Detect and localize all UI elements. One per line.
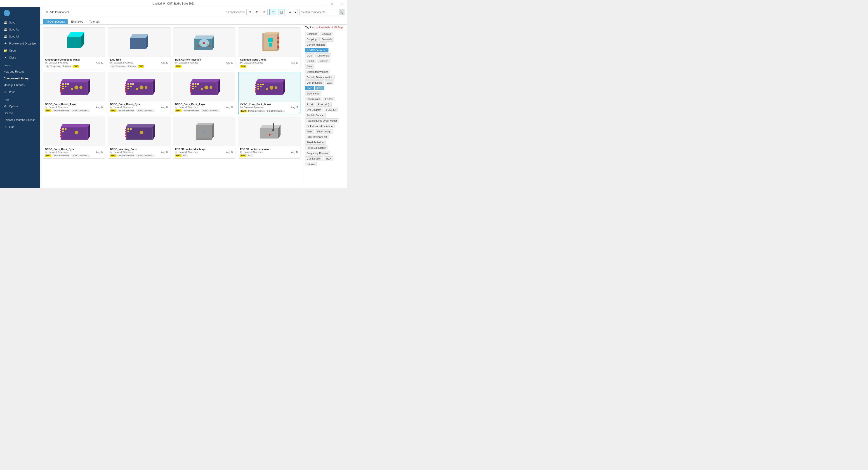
grid-view-btn[interactable]: ⊞ [246, 9, 253, 15]
tag-pill-eda[interactable]: EDA [324, 81, 334, 85]
tag-pill-coupled[interactable]: Coupled [320, 32, 333, 36]
sidebar-item-manage-libraries[interactable]: Manage Libraries [0, 82, 40, 89]
tag-dcdc: DC-DC Converte... [201, 109, 220, 112]
tag-pill-digital[interactable]: Digital [305, 59, 316, 63]
component-card-selected[interactable]: DCDC_Conv_Buck_Boost by: Dassault System… [238, 72, 301, 114]
svg-point-82 [190, 88, 191, 89]
sidebar-item-options[interactable]: ⚙ Options [0, 103, 40, 110]
app-body: ← 💾 Save 💾 Save As 💾 Save All 👁 Preview … [0, 7, 347, 188]
tag-pill-crosstalk[interactable]: Crosstalk [319, 37, 334, 41]
tag-pill-filter-design[interactable]: Filter Design [315, 129, 333, 134]
tag-pill-filter[interactable]: Filter [305, 129, 314, 134]
svg-rect-23 [268, 38, 273, 42]
maximize-button[interactable]: □ [327, 0, 337, 7]
sidebar-item-new-recent[interactable]: New and Recent [0, 68, 40, 75]
tag-pill-hex[interactable]: HEX [324, 156, 333, 161]
sidebar-item-release-frontend[interactable]: Release Frontend License [0, 117, 40, 123]
svg-point-103 [255, 91, 256, 93]
tag-row: Gun Iteration HEX [305, 156, 346, 161]
component-card[interactable]: DCDC_Conv_Boost_Async by: Dassault Syste… [43, 72, 105, 114]
tag-pill-farfield-source[interactable]: Farfield Source [305, 113, 326, 118]
tag-button[interactable]: 🏷 [270, 9, 276, 15]
tag-pill-distributed-winding[interactable]: Distributed Winding [305, 70, 330, 74]
tag-pill-excel[interactable]: Excel [305, 102, 315, 107]
svg-rect-133 [196, 138, 212, 139]
search-button[interactable]: 🔍 [339, 9, 344, 15]
tag-pill-force-calculation[interactable]: Force Calculation [305, 146, 328, 150]
back-button[interactable]: ← [4, 10, 10, 16]
tag-pill-fest3d[interactable]: FEST3D [324, 107, 338, 112]
component-card[interactable]: EMC Box by: Dassault Systemes Aug 12 Hig… [108, 27, 170, 69]
tag-pill-gun-iteration[interactable]: Gun Iteration [305, 156, 323, 161]
tag-pill-drift-diffusion[interactable]: Drift-Diffusion [305, 81, 324, 85]
svg-rect-140 [273, 123, 274, 129]
component-card[interactable]: DCDC_Conv_Boost_Sync by: Dassault System… [108, 72, 170, 114]
svg-marker-87 [256, 79, 285, 83]
tag-pill-ddm[interactable]: DDM [305, 53, 314, 58]
tag-pill-field-induced-emission[interactable]: Field-Induced Emission [305, 124, 335, 128]
tag-pill-es-pic[interactable]: Es-PIC [323, 97, 335, 101]
tag-pill-filter-designer-3d[interactable]: Filter Designer 3D [305, 135, 329, 139]
tag-pill-electrostatic[interactable]: Electrostatic [305, 97, 322, 101]
tag-pill-eye-diagram[interactable]: Eye Diagram [305, 107, 323, 112]
component-card[interactable]: Common Mode Choke by: Dassault Systemes … [238, 27, 301, 69]
card-info: DCDC_Conv_Boost_Sync by: Dassault System… [108, 101, 170, 114]
tag-pill-diplexer[interactable]: Diplexer [317, 59, 330, 63]
card-author: by: Dassault Systemes Aug 12 [175, 61, 234, 64]
tag-pill-coplanar[interactable]: Coplanar [305, 32, 319, 36]
component-card[interactable]: Anisotropic Composite Panel by: Dassault… [43, 27, 105, 69]
sidebar-item-preview-organize[interactable]: 👁 Preview and Organize [0, 40, 40, 47]
component-card[interactable]: Bulk Current Injection by: Dassault Syst… [173, 27, 236, 69]
tag-list-scroll[interactable]: Coplanar Coupled Coupling Crosstalk Curr… [303, 30, 347, 188]
tab-examples[interactable]: Examples [68, 19, 86, 24]
sidebar-item-save[interactable]: 💾 Save [0, 19, 40, 26]
tab-tutorials[interactable]: Tutorials [87, 19, 102, 24]
tag-pill-eigenmode[interactable]: Eigenmode [305, 91, 321, 96]
list-view-btn[interactable]: ⊟ [254, 9, 260, 15]
sidebar-item-save-all[interactable]: 💾 Save All [0, 33, 40, 40]
sidebar-item-open[interactable]: 📁 Open [0, 47, 40, 54]
component-card[interactable]: DCDC_Conv_Buck_Sync by: Dassault Systeme… [43, 117, 105, 159]
tag-pill-hairpin[interactable]: Hairpin [305, 162, 317, 166]
component-card[interactable]: ESD 3D contact discharge by: Dassault Sy… [173, 117, 236, 159]
component-card[interactable]: ESD 3D contact enclosure by: Dassault Sy… [238, 117, 301, 159]
tag-pill-fast-reduced-order-model[interactable]: Fast Reduced Order Model [305, 118, 339, 123]
tag-pill-differential[interactable]: Differential [315, 53, 331, 58]
component-count: 19 components [226, 11, 245, 14]
svg-point-101 [255, 88, 256, 89]
tag-pill-emc[interactable]: EMC [305, 86, 314, 90]
tag-pill-coupling[interactable]: Coupling [305, 37, 318, 41]
component-card[interactable]: DCDC_Inverting_Conv by: Dassault Systeme… [108, 117, 170, 159]
close-button[interactable]: ✕ [337, 0, 347, 7]
detail-view-btn[interactable]: ⊠ [261, 9, 268, 15]
sidebar-item-print[interactable]: 🖨 Print [0, 89, 40, 96]
tag-pill-current-monitors[interactable]: Current Monitors [305, 42, 327, 47]
sidebar-item-close[interactable]: ✕ Close [0, 54, 40, 61]
tab-all-components[interactable]: All Components [43, 19, 68, 24]
tag-pill-dc-dc-converter[interactable]: DC-DC Converter [305, 48, 329, 53]
sidebar-item-save-as[interactable]: 💾 Save As [0, 26, 40, 33]
search-input[interactable] [300, 9, 339, 15]
minimize-button[interactable]: ─ [316, 0, 327, 7]
tag-pill-fixed-emission[interactable]: Fixed Emission [305, 140, 326, 145]
filter-select[interactable]: All [287, 9, 298, 15]
sidebar-item-exit[interactable]: ✕ Exit [0, 123, 40, 130]
svg-rect-111 [62, 131, 64, 132]
tag-transient: Transient [62, 65, 72, 68]
tag-pill-esd[interactable]: ESD [315, 86, 324, 90]
tag-pill-domain-decomposition[interactable]: Domain Decomposition [305, 75, 335, 80]
svg-point-116 [60, 135, 61, 137]
tag-pill-frequency-domain[interactable]: Frequency Domain [305, 151, 330, 155]
tag-pill-external-q[interactable]: External Q [316, 102, 332, 107]
add-component-button[interactable]: ⊕ Add Component [43, 9, 72, 15]
sidebar-item-component-library[interactable]: Component Library [0, 75, 40, 82]
sidebar-item-license[interactable]: License [0, 110, 40, 117]
tag-pill-dish[interactable]: Dish [305, 64, 314, 69]
svg-point-134 [204, 131, 205, 132]
tag-row: DC-DC Converter [305, 48, 346, 53]
card-info: ESD 3D contact discharge by: Dassault Sy… [174, 147, 235, 158]
sidebar-item-label: Save [9, 21, 15, 24]
card-tags: EMC Power Electronics DC-DC Converte... [110, 154, 168, 157]
copy-button[interactable]: 📋 [278, 9, 285, 15]
component-card[interactable]: DCDC_Conv_Buck_Async by: Dassault System… [173, 72, 236, 114]
